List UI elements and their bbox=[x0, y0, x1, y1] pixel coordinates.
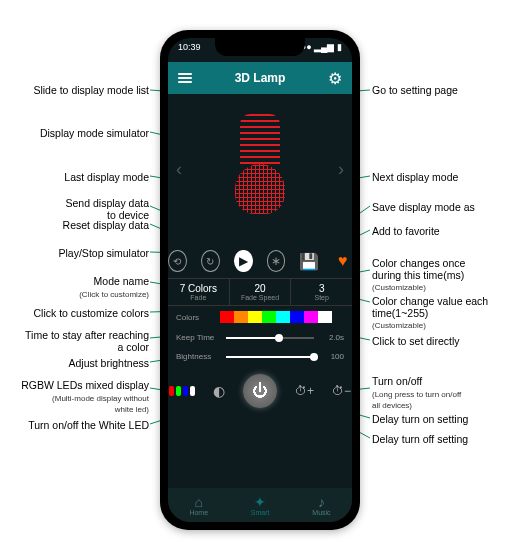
menu-icon[interactable] bbox=[178, 71, 192, 85]
reload-icon[interactable]: ⟲ bbox=[168, 250, 187, 272]
callout: Time to stay after reachinga color bbox=[25, 330, 149, 353]
mode-name-cell[interactable]: 7 Colors Fade bbox=[168, 279, 230, 305]
callout: Display mode simulator bbox=[40, 128, 149, 140]
phone-frame: 10:39 ●●● ▂▄▆ ▮ 3D Lamp ⚙ ‹ › ⟲ ↻ ▶ ∗ 💾 … bbox=[160, 30, 360, 530]
callout: Delay turn off setting bbox=[372, 434, 468, 446]
fade-speed-cell[interactable]: 20 Fade Speed bbox=[230, 279, 292, 305]
step-cell[interactable]: 3 Step bbox=[291, 279, 352, 305]
next-mode-button[interactable]: › bbox=[338, 159, 344, 180]
nav-music[interactable]: ♪Music bbox=[312, 495, 330, 516]
bottom-nav: ⌂Home✦Smart♪Music bbox=[168, 488, 352, 522]
callout: Color changes onceduring this time(ms)(C… bbox=[372, 258, 465, 293]
callout: Send display datato device bbox=[66, 198, 149, 221]
color-swatch[interactable] bbox=[234, 311, 248, 323]
display-simulator: ‹ › bbox=[168, 94, 352, 244]
color-swatch[interactable] bbox=[304, 311, 318, 323]
callout: RGBW LEDs mixed display(Multi-mode displ… bbox=[21, 380, 149, 415]
color-swatch[interactable] bbox=[262, 311, 276, 323]
page-title: 3D Lamp bbox=[235, 71, 286, 85]
callout: Save display mode as bbox=[372, 202, 475, 214]
brightness-value: 100 bbox=[320, 352, 344, 361]
keep-time-value[interactable]: 2.0s bbox=[320, 333, 344, 342]
callout: Last display mode bbox=[64, 172, 149, 184]
color-swatch[interactable] bbox=[276, 311, 290, 323]
notch bbox=[215, 38, 305, 56]
callout: Adjust brightness bbox=[68, 358, 149, 370]
bluetooth-icon[interactable]: ∗ bbox=[267, 250, 286, 272]
brightness-row: Bightness 100 bbox=[168, 347, 352, 366]
play-button[interactable]: ▶ bbox=[234, 250, 253, 272]
keep-time-slider[interactable] bbox=[226, 337, 314, 339]
app-header: 3D Lamp ⚙ bbox=[168, 62, 352, 94]
app-screen: 10:39 ●●● ▂▄▆ ▮ 3D Lamp ⚙ ‹ › ⟲ ↻ ▶ ∗ 💾 … bbox=[168, 38, 352, 522]
color-swatch[interactable] bbox=[248, 311, 262, 323]
callout: Click to set directly bbox=[372, 336, 460, 348]
callout: Go to setting page bbox=[372, 85, 458, 97]
power-row: ◐ ⏻ ⏱+ ⏱− bbox=[168, 366, 352, 416]
callout: Add to favorite bbox=[372, 226, 440, 238]
callout: Turn on/off(Long press to turn on/offall… bbox=[372, 376, 461, 411]
gear-icon[interactable]: ⚙ bbox=[328, 69, 342, 88]
delay-off-button[interactable]: ⏱− bbox=[332, 384, 351, 398]
keep-time-row: Keep Time 2.0s bbox=[168, 328, 352, 347]
brightness-label: Bightness bbox=[176, 352, 220, 361]
callout: Mode name(Click to customize) bbox=[79, 276, 149, 299]
callout: Delay turn on setting bbox=[372, 414, 468, 426]
callout: Play/Stop simulator bbox=[59, 248, 149, 260]
white-led-toggle[interactable]: ◐ bbox=[213, 383, 225, 399]
callout: Reset display data bbox=[63, 220, 149, 232]
color-swatches[interactable] bbox=[220, 311, 332, 323]
save-icon[interactable]: 💾 bbox=[299, 250, 319, 272]
prev-mode-button[interactable]: ‹ bbox=[176, 159, 182, 180]
nav-smart[interactable]: ✦Smart bbox=[251, 495, 270, 516]
nav-home[interactable]: ⌂Home bbox=[189, 495, 208, 516]
color-swatch[interactable] bbox=[220, 311, 234, 323]
callout: Click to customize colors bbox=[33, 308, 149, 320]
color-swatch[interactable] bbox=[290, 311, 304, 323]
delay-on-button[interactable]: ⏱+ bbox=[295, 384, 314, 398]
colors-row: Colors bbox=[168, 306, 352, 328]
action-row: ⟲ ↻ ▶ ∗ 💾 ♥ bbox=[168, 244, 352, 278]
callout: Next display mode bbox=[372, 172, 458, 184]
color-swatch[interactable] bbox=[318, 311, 332, 323]
favorite-icon[interactable]: ♥ bbox=[333, 250, 352, 272]
callout: Color change value eachtime(1~255)(Custo… bbox=[372, 296, 488, 331]
brightness-slider[interactable] bbox=[226, 356, 314, 358]
callout: Slide to display mode list bbox=[33, 85, 149, 97]
rgbw-toggle[interactable] bbox=[169, 386, 195, 396]
reset-icon[interactable]: ↻ bbox=[201, 250, 220, 272]
power-button[interactable]: ⏻ bbox=[243, 374, 277, 408]
mode-row: 7 Colors Fade 20 Fade Speed 3 Step bbox=[168, 278, 352, 306]
keep-time-label: Keep Time bbox=[176, 333, 220, 342]
status-time: 10:39 bbox=[178, 42, 201, 62]
lamp-graphic bbox=[230, 114, 290, 224]
callout: Turn on/off the White LED bbox=[28, 420, 149, 432]
colors-label: Colors bbox=[176, 313, 220, 322]
